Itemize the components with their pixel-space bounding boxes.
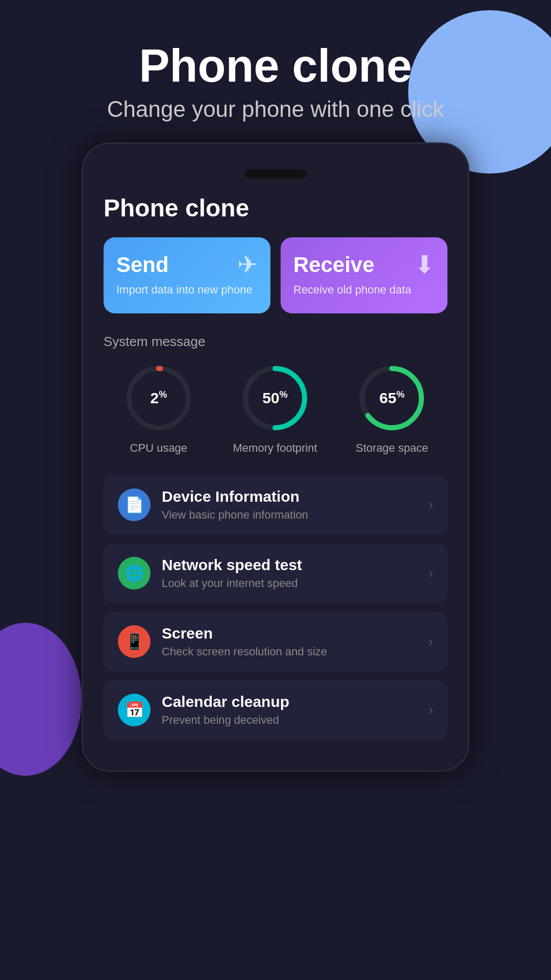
network-desc: Look at your internet speed	[162, 577, 417, 590]
bg-circle-purple	[0, 623, 82, 776]
screen-icon: 📱	[118, 625, 151, 658]
device-info-icon: 📄	[118, 488, 151, 521]
calendar-icon: 📅	[118, 694, 151, 726]
cpu-label: CPU usage	[130, 442, 188, 455]
header-section: Phone clone Change your phone with one c…	[0, 0, 551, 142]
screen-desc: Check screen resolution and size	[162, 645, 417, 658]
action-cards: ✈ Send Import data into new phone ⬇ Rece…	[104, 237, 447, 313]
menu-item-device[interactable]: 📄 Device Information View basic phone in…	[104, 475, 447, 534]
receive-card[interactable]: ⬇ Receive Receive old phone data	[281, 237, 447, 313]
network-text: Network speed test Look at your internet…	[162, 556, 417, 590]
menu-item-network[interactable]: 🌐 Network speed test Look at your intern…	[104, 544, 447, 603]
screen-title: Screen	[162, 625, 417, 642]
header-subtitle: Change your phone with one click	[0, 96, 551, 122]
storage-gauge-circle: 65%	[356, 362, 428, 434]
device-info-desc: View basic phone information	[162, 508, 417, 522]
device-info-title: Device Information	[162, 488, 417, 505]
calendar-text: Calendar cleanup Prevent being deceived	[162, 693, 417, 727]
storage-value: 65%	[380, 389, 405, 407]
menu-list: 📄 Device Information View basic phone in…	[104, 475, 447, 740]
send-desc: Import data into new phone	[116, 282, 258, 298]
send-icon: ✈	[237, 250, 258, 279]
storage-label: Storage space	[356, 442, 428, 455]
phone-notch	[245, 169, 306, 179]
network-title: Network speed test	[162, 556, 417, 574]
send-title: Send	[116, 253, 258, 277]
memory-label: Memory footprint	[233, 442, 317, 455]
gauges-row: 2% CPU usage 50% Memory footprint	[104, 362, 447, 455]
screen-chevron: ›	[429, 633, 433, 650]
memory-value: 50%	[262, 389, 287, 407]
screen-text: Screen Check screen resolution and size	[162, 625, 417, 658]
calendar-chevron: ›	[429, 702, 433, 718]
receive-title: Receive	[293, 253, 435, 277]
receive-desc: Receive old phone data	[293, 282, 435, 298]
calendar-title: Calendar cleanup	[162, 693, 417, 710]
send-card[interactable]: ✈ Send Import data into new phone	[104, 237, 270, 313]
phone-app-title: Phone clone	[104, 194, 447, 222]
storage-gauge: 65% Storage space	[356, 362, 428, 455]
cpu-gauge: 2% CPU usage	[123, 362, 194, 455]
phone-frame: Phone clone ✈ Send Import data into new …	[82, 142, 469, 772]
network-chevron: ›	[429, 565, 433, 581]
cpu-value: 2%	[150, 389, 167, 407]
device-info-text: Device Information View basic phone info…	[162, 488, 417, 522]
menu-item-screen[interactable]: 📱 Screen Check screen resolution and siz…	[104, 612, 447, 671]
network-icon: 🌐	[118, 557, 151, 590]
header-title: Phone clone	[0, 41, 551, 91]
device-info-chevron: ›	[429, 497, 433, 513]
calendar-desc: Prevent being deceived	[162, 714, 417, 727]
memory-gauge: 50% Memory footprint	[233, 362, 317, 455]
cpu-gauge-circle: 2%	[123, 362, 194, 434]
memory-gauge-circle: 50%	[239, 362, 311, 434]
menu-item-calendar[interactable]: 📅 Calendar cleanup Prevent being deceive…	[104, 680, 447, 740]
receive-icon: ⬇	[414, 250, 435, 279]
system-message-label: System message	[104, 334, 447, 350]
